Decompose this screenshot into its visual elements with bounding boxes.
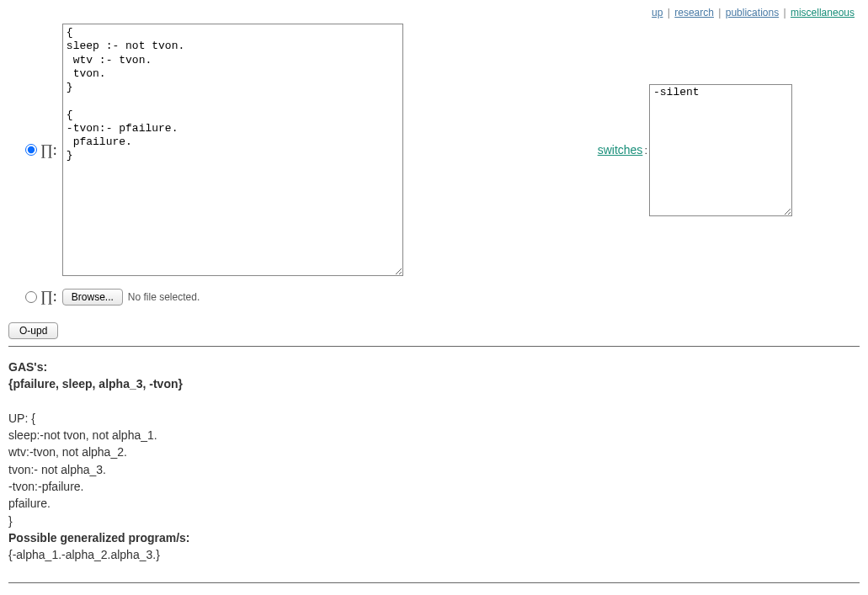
program-radio-label: ∏:: [25, 141, 57, 159]
nav-sep: |: [666, 7, 672, 19]
nav-research[interactable]: research: [674, 7, 714, 19]
nav-up[interactable]: up: [652, 7, 663, 19]
gas-set: {pfailure, sleep, alpha_3, -tvon}: [8, 377, 183, 390]
nav-miscellaneous[interactable]: miscellaneous: [791, 7, 855, 19]
switches-link[interactable]: switches: [598, 143, 643, 157]
divider-1: [8, 346, 860, 347]
program-row: ∏: switches:: [8, 24, 860, 276]
program-text-radio[interactable]: [25, 144, 37, 156]
switches-textarea[interactable]: [649, 84, 792, 216]
gas-label: GAS's:: [8, 360, 47, 374]
nav-sep: |: [716, 7, 722, 19]
possible-label: Possible generalized program/s:: [8, 531, 190, 545]
pi-label-1: ∏:: [40, 141, 57, 159]
pi-label-2: ∏:: [40, 288, 57, 305]
divider-2: [8, 582, 860, 583]
file-radio-label: ∏:: [25, 288, 57, 305]
results-block: GAS's: {pfailure, sleep, alpha_3, -tvon}…: [8, 359, 860, 595]
program-textarea[interactable]: [62, 24, 403, 276]
browse-button[interactable]: Browse...: [62, 289, 123, 305]
oupd-submit-button[interactable]: O-upd: [8, 322, 58, 339]
nav-publications[interactable]: publications: [726, 7, 779, 19]
top-nav: up | research | publications | miscellan…: [8, 7, 860, 19]
up-block: UP: { sleep:-not tvon, not alpha_1. wtv:…: [8, 410, 860, 529]
switches-block: switches:: [598, 84, 792, 216]
no-file-selected-label: No file selected.: [128, 291, 200, 303]
switches-colon: :: [644, 144, 647, 157]
submit-row: O-upd: [8, 322, 860, 339]
program-file-radio[interactable]: [25, 291, 37, 303]
nav-sep: |: [781, 7, 787, 19]
possible-set: {-alpha_1.-alpha_2.alpha_3.}: [8, 546, 860, 563]
file-row: ∏: Browse... No file selected.: [25, 288, 860, 305]
